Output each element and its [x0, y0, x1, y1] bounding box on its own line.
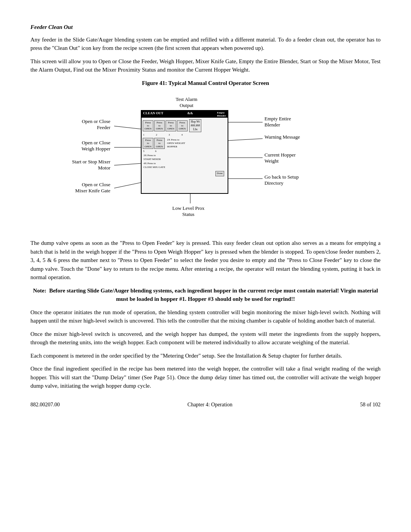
hop-wt-label: Hop Wt [191, 120, 200, 124]
footer-left: 882.00207.00 [30, 402, 60, 408]
svg-line-0 [114, 126, 142, 129]
footer: 882.00207.00 Chapter 4: Operation 58 of … [30, 402, 381, 408]
label-open-close-knife: Open or Close Mixer Knife Gate [61, 182, 110, 194]
svg-line-7 [228, 139, 263, 141]
screen-title-bar: CLEAN OUT && EmptyBlender [142, 111, 228, 118]
num-4: 4 [182, 133, 183, 137]
svg-line-2 [114, 163, 142, 165]
paragraph-7: Once the final ingredient specified in t… [30, 364, 381, 390]
close-mix-gate-text: 4X Press toCLOSE MIX GATE [143, 162, 226, 169]
btn-press-open-6[interactable]: PresstoOPEN [154, 138, 165, 149]
section-title: Feeder Clean Out [30, 23, 381, 32]
btn-press-open-2[interactable]: PresstoOPEN [154, 120, 165, 131]
screen-box: CLEAN OUT && EmptyBlender PresstoOPEN Pr… [141, 110, 228, 194]
num-2: 2 [156, 133, 158, 137]
screen-title: CLEAN OUT [143, 111, 163, 117]
label-start-stop-mixer: Start or Stop Mixer Motor [61, 159, 110, 171]
paragraph-3: The dump valve opens as soon as the "Pre… [30, 239, 381, 282]
screen-content: PresstoOPEN PresstoOPEN PresstoOPEN Pres… [142, 118, 228, 177]
note-paragraph: Note: Before starting Slide Gate/Auger b… [30, 286, 381, 304]
diagram: Open or Close Feeder Open or Close Weigh… [61, 91, 350, 232]
svg-line-3 [114, 182, 142, 188]
label-warning-message: Warning Message [264, 134, 325, 140]
paragraph-5: Once the mixer high-level switch is unco… [30, 330, 381, 347]
label-open-close-feeder: Open or Close Feeder [61, 118, 110, 131]
btn-press-open-3[interactable]: PresstoOPEN [166, 120, 176, 131]
screen-right-indicator: && [187, 111, 193, 117]
paragraph-6: Each component is metered in the order s… [30, 351, 381, 360]
note-text: Before starting Slide Gate/Auger blendin… [49, 288, 378, 302]
num-6: 6 [155, 150, 157, 153]
label-go-back-setup: Go back to Setup Directory [264, 174, 325, 186]
footer-center: Chapter 4: Operation [188, 402, 233, 408]
btn-press-open-5[interactable]: PresstoOPEN [143, 138, 153, 149]
label-low-level-prox: Low Level Prox Status [167, 205, 209, 217]
paragraph-4: Once the operator initiates the run mode… [30, 308, 381, 325]
num-1: 1 [143, 133, 145, 137]
label-test-alarm: Test Alarm Output [167, 96, 206, 109]
paragraph-2: This screen will allow you to Open or Cl… [30, 57, 381, 74]
start-mixer-text: 3X Press toSTART MIXER [143, 154, 226, 161]
footer-right: 58 of 102 [360, 402, 381, 408]
btn-press-open-4[interactable]: PresstoOPEN [177, 120, 188, 131]
open-weight-hopper-text: 2X Press toOPEN WEIGHTHOPPER [167, 138, 185, 149]
hop-wt-value: ###.### [191, 124, 200, 128]
screen-empty-blender-indicator: EmptyBlender [217, 111, 226, 117]
num-5: 5 [143, 150, 145, 153]
figure-title: Figure 41: Typical Manual Control Operat… [30, 79, 381, 88]
label-empty-blender: Empty Entire Blender [264, 116, 325, 128]
paragraph-1: Any feeder in the Slide Gate/Auger blend… [30, 35, 381, 53]
hop-wt-display: Hop Wt ###.### Lbs [189, 119, 201, 132]
hop-wt-unit: Lbs [191, 128, 200, 131]
btn-press-open-1[interactable]: PresstoOPEN [143, 120, 153, 131]
note-label: Note: [33, 288, 49, 294]
done-button[interactable]: Done [215, 171, 224, 176]
label-open-close-weigh: Open or Close Weigh Hopper [61, 140, 110, 152]
label-current-hopper-weight: Current Hopper Weight [264, 152, 325, 164]
num-3: 3 [169, 133, 170, 137]
